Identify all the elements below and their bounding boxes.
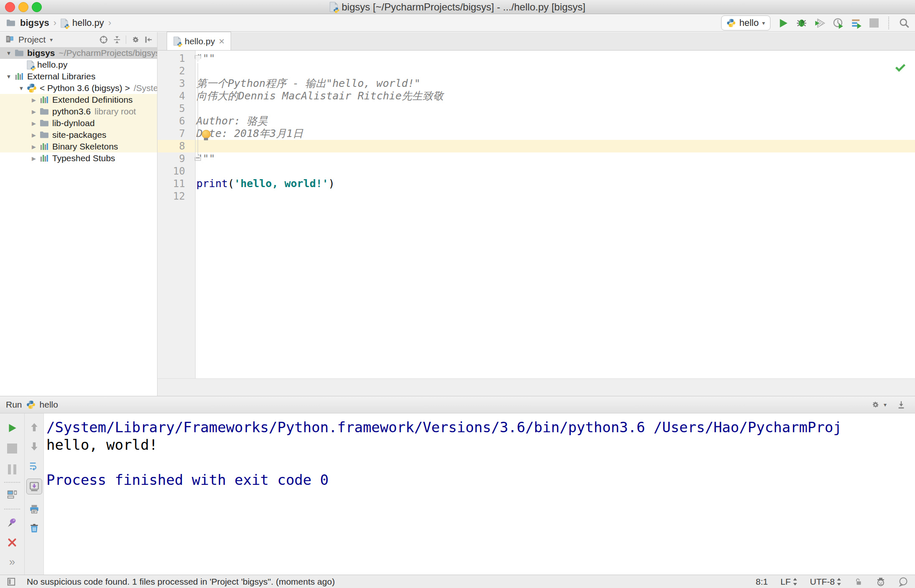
editor[interactable]: 1""" 2 3第一个Python程序 - 输出"hello, world!" … (158, 51, 915, 378)
gear-icon[interactable] (130, 35, 140, 44)
run-button[interactable] (778, 18, 789, 29)
tree-expand-arrow[interactable]: ▼ (16, 85, 27, 91)
editor-bottom-strip (158, 378, 915, 396)
print-button[interactable] (29, 504, 40, 514)
stop-button (869, 18, 879, 28)
run-toolbar-left: » (0, 413, 24, 575)
tree-item-extended-definitions[interactable]: ▶ Extended Definitions (0, 94, 157, 106)
tree-expand-arrow[interactable]: ▶ (28, 132, 39, 138)
pin-tab-button[interactable] (7, 517, 18, 528)
tree-item-hello-py[interactable]: hello.py (0, 59, 157, 71)
tree-item-lib-dynload[interactable]: ▶ lib-dynload (0, 117, 157, 129)
line-separator-widget[interactable]: LF (780, 577, 798, 587)
chevron-right-icon: › (53, 18, 56, 28)
gear-icon[interactable] (870, 400, 879, 409)
tree-item-bigsys[interactable]: ▼ bigsys ~/PycharmProjects/bigsys (0, 47, 157, 59)
breadcrumb-file[interactable]: hello.py (72, 18, 104, 28)
locate-file-icon[interactable] (99, 35, 108, 44)
down-stack-trace-button[interactable] (29, 441, 40, 452)
project-tree: ▼ bigsys ~/PycharmProjects/bigsys hello.… (0, 47, 157, 396)
run-console[interactable]: /System/Library/Frameworks/Python.framew… (44, 413, 915, 575)
more-actions-button[interactable]: » (9, 555, 15, 568)
zoom-window-button[interactable] (32, 2, 42, 12)
python-file-icon (27, 60, 34, 70)
minimize-window-button[interactable] (18, 2, 28, 12)
tree-expand-arrow[interactable]: ▶ (28, 120, 39, 127)
tree-expand-arrow[interactable]: ▼ (3, 74, 14, 80)
main-area: Project ▾ ▼ bigsys ~/PycharmProjects/big… (0, 32, 915, 396)
tree-expand-arrow[interactable]: ▼ (3, 50, 14, 56)
notifications-bubble-icon[interactable] (898, 577, 908, 587)
project-view-icon (5, 35, 14, 44)
tree-item-python36[interactable]: ▶ python3.6 library root (0, 106, 157, 117)
hide-panel-icon[interactable] (144, 35, 153, 44)
debug-button[interactable] (796, 18, 807, 29)
tab-hello-py[interactable]: hello.py × (167, 32, 231, 50)
inspections-ok-check-icon[interactable] (895, 62, 906, 73)
concurrency-diagram-button[interactable] (851, 18, 862, 29)
code-line: 5 (158, 102, 915, 115)
library-icon (39, 95, 49, 105)
code-line: 12 (158, 190, 915, 203)
tree-item-typeshed-stubs[interactable]: ▶ Typeshed Stubs (0, 152, 157, 164)
hector-inspector-icon[interactable] (876, 577, 886, 587)
tree-item-external-libraries[interactable]: ▼ External Libraries (0, 71, 157, 82)
folder-icon (39, 130, 49, 140)
breadcrumb-project[interactable]: bigsys (20, 18, 49, 28)
tree-expand-arrow[interactable]: ▶ (28, 155, 39, 162)
close-tool-window-button[interactable] (7, 537, 18, 548)
intention-bulb-icon[interactable] (201, 130, 211, 140)
updown-arrows-icon (836, 578, 841, 586)
traffic-lights (5, 2, 42, 12)
code-line: 10 (158, 165, 915, 177)
updown-arrows-icon (793, 578, 798, 586)
tool-window-switcher-icon[interactable] (7, 577, 16, 586)
library-icon (14, 71, 24, 81)
chevron-down-icon[interactable]: ▾ (884, 401, 887, 408)
unlock-icon[interactable] (854, 577, 863, 586)
tree-expand-arrow[interactable]: ▶ (28, 97, 39, 103)
tree-item-python-sdk[interactable]: ▼ < Python 3.6 (bigsys) > /System (0, 82, 157, 94)
project-tool-window-header: Project ▾ (0, 32, 157, 47)
console-exit-line: Process finished with exit code 0 (46, 471, 915, 489)
tree-expand-arrow[interactable]: ▶ (28, 109, 39, 115)
python-icon (727, 18, 736, 28)
folder-icon (39, 106, 49, 117)
run-with-coverage-button[interactable] (814, 18, 826, 29)
chevron-down-icon[interactable]: ▾ (50, 36, 53, 43)
up-stack-trace-button[interactable] (29, 422, 40, 433)
python-file-icon (61, 18, 68, 28)
search-everywhere-icon[interactable] (899, 18, 910, 29)
restore-layout-button[interactable] (7, 489, 18, 500)
tree-expand-arrow[interactable]: ▶ (28, 144, 39, 150)
python-icon (27, 83, 37, 93)
project-view-title[interactable]: Project (18, 35, 46, 45)
titlebar: bigsys [~/PycharmProjects/bigsys] - .../… (0, 0, 915, 14)
soft-wrap-button[interactable] (28, 460, 40, 471)
clear-all-button[interactable] (29, 523, 40, 534)
navigation-bar: bigsys › hello.py › hello ▾ (0, 15, 915, 32)
profile-button[interactable] (833, 18, 844, 29)
breadcrumb: bigsys › hello.py › (6, 18, 111, 28)
run-configuration-select[interactable]: hello ▾ (721, 15, 770, 30)
gutter-border (195, 51, 196, 378)
close-window-button[interactable] (5, 2, 15, 12)
scroll-to-end-button[interactable] (26, 479, 42, 494)
run-tool-window-title[interactable]: Run (6, 400, 22, 410)
status-message: No suspicious code found. 1 files proces… (27, 577, 335, 587)
status-widgets: 8:1 LF UTF-8 (756, 577, 908, 587)
collapse-all-icon[interactable] (112, 35, 122, 44)
console-output-line: hello, world! (46, 436, 915, 454)
library-icon (39, 142, 49, 152)
encoding-widget[interactable]: UTF-8 (810, 577, 842, 587)
editor-tab-bar: hello.py × (158, 32, 915, 51)
tree-item-site-packages[interactable]: ▶ site-packages (0, 129, 157, 141)
tree-item-binary-skeletons[interactable]: ▶ Binary Skeletons (0, 141, 157, 152)
close-tab-icon[interactable]: × (219, 36, 224, 46)
hide-panel-icon[interactable] (897, 400, 906, 409)
fold-region-line (198, 63, 198, 156)
code-line: 11print('hello, world!') (158, 177, 915, 190)
caret-position[interactable]: 8:1 (756, 577, 768, 587)
run-tool-window: » /System/Library/Frameworks/Python.fram… (0, 413, 915, 575)
rerun-button[interactable] (7, 423, 18, 433)
